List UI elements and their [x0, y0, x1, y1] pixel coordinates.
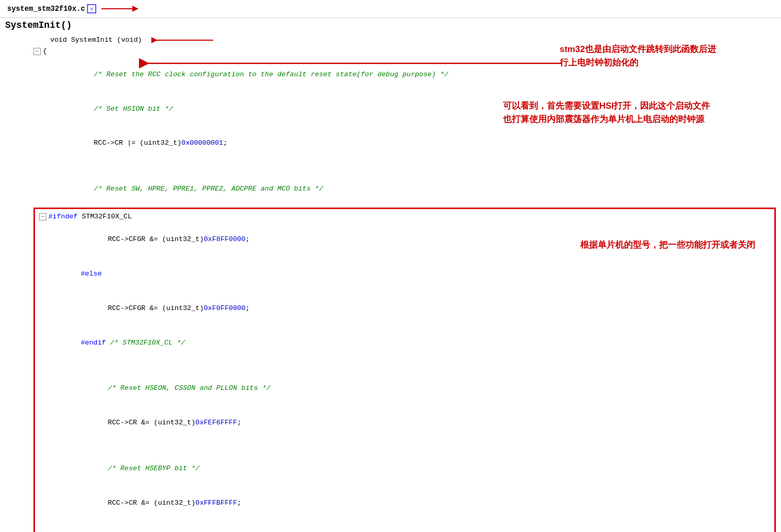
- code-line-15: RCC->CR &= (uint32_t)0xFEF6FFFF;: [39, 406, 770, 440]
- collapse-icon-2[interactable]: −: [33, 48, 41, 55]
- code-line-8: − #ifndef STM32F10X_CL: [39, 211, 770, 222]
- app-window: system_stm32f10x.c ✕ SystemInit() void S…: [0, 0, 781, 532]
- void-arrow: [146, 36, 218, 44]
- code-line-blank4: [39, 520, 770, 531]
- code-line-blank1: [33, 161, 781, 172]
- function-title: SystemInit(): [0, 18, 781, 32]
- code-line-11: RCC->CFGR &= (uint32_t)0xF0FF0000;: [39, 291, 770, 326]
- file-tab: system_stm32f10x.c ✕: [5, 3, 98, 14]
- code-line-blank2: [39, 360, 770, 371]
- red-box-region: − #ifndef STM32F10X_CL RCC->CFGR &= (uin…: [33, 208, 776, 532]
- code-line-10: #else: [39, 257, 770, 291]
- code-line-12: #endif /* STM32F10X_CL */: [39, 325, 770, 360]
- code-line-blank3: [39, 440, 770, 452]
- code-line-17: /* Reset HSEBYP bit */: [39, 452, 770, 486]
- filename-label: system_stm32f10x.c: [7, 5, 85, 13]
- header-arrow: [101, 4, 143, 14]
- collapse-icon-8[interactable]: −: [39, 213, 46, 220]
- annotation-right: 根据单片机的型号，把一些功能打开或者关闭: [580, 238, 776, 252]
- code-line-18: RCC->CR &= (uint32_t)0xFFFBFFFF;: [39, 486, 770, 521]
- header-bar: system_stm32f10x.c ✕: [0, 0, 781, 18]
- close-button[interactable]: ✕: [87, 4, 96, 13]
- code-line-7: /* Reset SW, HPRE, PPRE1, PPRE2, ADCPRE …: [33, 172, 781, 207]
- main-content: void SystemInit (void) − { /* Reset: [0, 32, 781, 532]
- code-line-5: RCC->CR |= (uint32_t)0x00000001;: [33, 126, 781, 161]
- annotation-top-right: stm32也是由启动文件跳转到此函数后进行上电时钟初始化的: [560, 43, 776, 69]
- code-line-14: /* Reset HSEON, CSSON and PLLON bits */: [39, 371, 770, 406]
- annotation-middle: 可以看到，首先需要设置HSI打开，因此这个启动文件也打算使用内部震荡器作为单片机…: [503, 99, 776, 126]
